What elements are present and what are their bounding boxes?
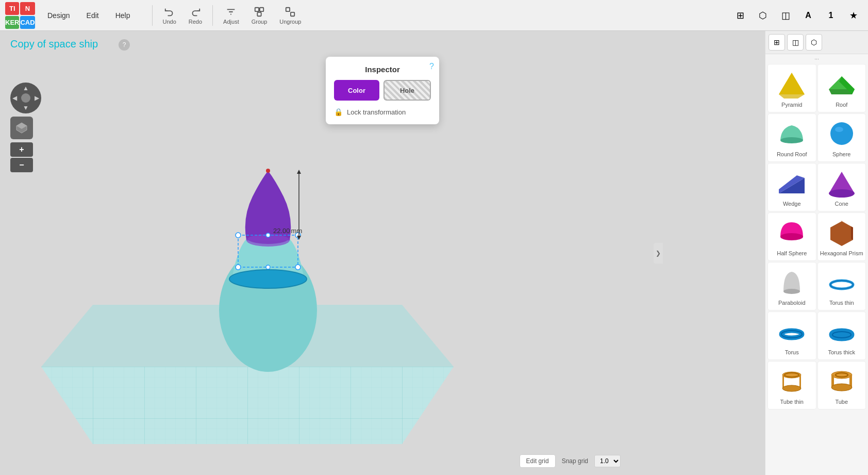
redo-button[interactable]: Redo [185,4,206,27]
svg-marker-28 [779,73,805,99]
toolbar-right: ⊞ ⬡ ◫ A 1 ★ [731,6,863,25]
tube-icon [826,366,857,397]
svg-rect-3 [286,7,290,11]
canvas-container[interactable]: Copy of space ship ? ▲ ▼ ◀ ▶ + − [0,31,765,475]
toolbar: TI N KER CAD Design Edit Help Undo Redo … [0,0,868,31]
shape-pyramid[interactable]: Pyramid [767,64,816,112]
group-button[interactable]: Group [247,4,272,27]
logo-cell-cad: CAD [20,16,35,29]
right-panel: ⊞ ◫ ⬡ ··· Pyramid [765,31,868,475]
sphere-icon [826,118,857,149]
svg-point-38 [829,189,855,198]
toolbar-separator-2 [212,5,213,26]
svg-point-16 [266,169,270,173]
torus-thin-label: Torus thin [829,300,854,306]
torus-icon [776,316,807,347]
undo-button[interactable]: Undo [159,4,180,27]
svg-marker-25 [297,170,301,174]
shape-cone[interactable]: Cone [817,163,866,211]
svg-rect-1 [260,7,263,11]
right-panel-toolbar: ⊞ ◫ ⬡ [765,31,868,54]
text-icon-btn[interactable]: A [799,6,817,25]
shapes-box-view-btn[interactable]: ⬡ [806,34,822,51]
shape-tube[interactable]: Tube [817,361,866,410]
torus-thin-icon [826,267,857,298]
hexagonal-prism-icon [826,217,857,248]
torus-label: Torus [785,349,799,355]
tube-thin-label: Tube thin [780,399,804,405]
shape-half-sphere[interactable]: Half Sphere [767,212,816,261]
panel-collapse-handle[interactable]: ❯ [654,243,663,264]
svg-marker-40 [830,221,853,246]
hexagonal-prism-label: Hexagonal Prism [820,250,863,256]
shape-hexagonal-prism[interactable]: Hexagonal Prism [817,212,866,261]
pyramid-icon [776,69,807,100]
top-partial-label: ··· [765,54,868,62]
rocket-model [196,114,340,382]
shape-tube-thin[interactable]: Tube thin [767,361,816,410]
menu-help[interactable]: Help [108,8,138,23]
tube-thin-icon [776,366,807,397]
svg-rect-0 [255,7,259,11]
count-icon-btn[interactable]: 1 [822,6,840,25]
cone-label: Cone [835,201,848,207]
pyramid-label: Pyramid [781,102,802,108]
svg-point-21 [295,265,301,270]
wedge-label: Wedge [783,201,801,207]
edit-grid-button[interactable]: Edit grid [520,454,556,468]
menu-items: Design Edit Help [40,8,138,23]
svg-point-20 [236,265,241,270]
shapes-3d-view-btn[interactable]: ◫ [787,34,804,51]
logo-cell-ti: TI [5,2,19,15]
sphere-label: Sphere [832,151,850,157]
shape-wedge[interactable]: Wedge [767,163,816,211]
svg-point-58 [831,384,852,391]
round-roof-icon [776,118,807,149]
ungroup-button[interactable]: Ungroup [275,4,305,27]
menu-design[interactable]: Design [40,8,77,23]
toolbar-separator-1 [152,5,153,26]
tinkercad-logo[interactable]: TI N KER CAD [5,2,32,29]
roof-label: Roof [836,102,847,108]
shape-torus-thin[interactable]: Torus thin [817,262,866,310]
svg-rect-4 [291,12,294,15]
svg-rect-2 [257,12,261,15]
snap-grid-label: Snap grid [562,457,588,465]
torus-thick-label: Torus thick [828,349,855,355]
roof-icon [826,69,857,100]
svg-rect-51 [782,375,784,388]
cube-icon-btn[interactable]: ⬡ [754,6,772,25]
torus-thick-icon [826,316,857,347]
svg-point-43 [783,289,800,294]
svg-point-34 [835,127,843,132]
shape-roof[interactable]: Roof [817,64,866,112]
box-icon-btn[interactable]: ◫ [776,6,795,25]
shape-sphere[interactable]: Sphere [817,113,866,162]
adjust-button[interactable]: Adjust [219,4,243,27]
logo-cell-n: N [20,2,35,15]
paraboloid-label: Paraboloid [778,300,806,306]
shape-torus-thick[interactable]: Torus thick [817,312,866,360]
shape-paraboloid[interactable]: Paraboloid [767,262,816,310]
snap-grid-select[interactable]: 1.0 0.5 0.1 [594,455,621,467]
cone-icon [826,168,857,199]
svg-point-23 [266,265,270,269]
svg-point-18 [236,233,241,238]
menu-edit[interactable]: Edit [79,8,106,23]
grid-icon-btn[interactable]: ⊞ [731,6,749,25]
half-sphere-label: Half Sphere [777,250,807,256]
shape-torus[interactable]: Torus [767,312,816,360]
svg-rect-52 [799,375,801,388]
bottom-bar: Edit grid Snap grid 1.0 0.5 0.1 [520,454,621,468]
measurement-label: 22.00 mm [273,227,302,235]
paraboloid-icon [776,267,807,298]
half-sphere-icon [776,217,807,248]
shape-round-roof[interactable]: Round Roof [767,113,816,162]
shapes-grid-view-btn[interactable]: ⊞ [769,34,785,51]
round-roof-label: Round Roof [777,151,807,157]
svg-point-33 [830,122,853,145]
3d-scene: 22.00 mm [0,31,765,475]
wedge-icon [776,168,807,199]
svg-point-32 [780,137,803,143]
star-icon-btn[interactable]: ★ [844,6,863,25]
